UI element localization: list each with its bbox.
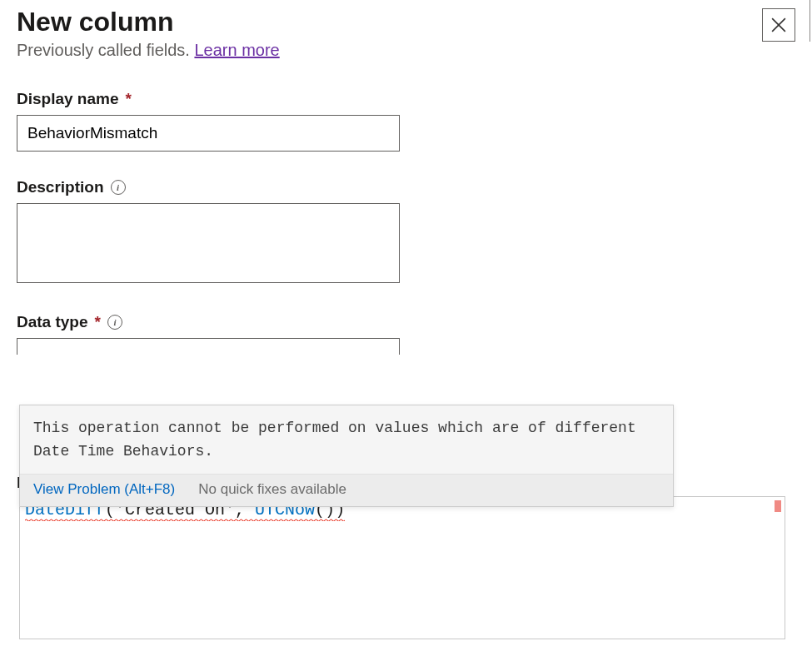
info-icon[interactable]: i bbox=[107, 315, 122, 330]
required-mark: * bbox=[95, 313, 101, 331]
field-description: Description i bbox=[17, 178, 795, 286]
info-icon[interactable]: i bbox=[111, 180, 126, 195]
display-name-input[interactable] bbox=[17, 115, 400, 152]
page-subtitle: Previously called fields. Learn more bbox=[17, 41, 762, 60]
close-icon bbox=[771, 17, 786, 32]
page-title: New column bbox=[17, 7, 762, 37]
field-data-type: Data type * i bbox=[17, 313, 795, 355]
required-mark: * bbox=[126, 90, 132, 108]
data-type-select[interactable] bbox=[17, 338, 400, 355]
close-button[interactable] bbox=[762, 8, 795, 42]
problem-tooltip: This operation cannot be performed on va… bbox=[19, 405, 674, 507]
subtitle-text: Previously called fields. bbox=[17, 41, 194, 59]
panel-divider bbox=[810, 0, 810, 42]
description-label: Description bbox=[17, 178, 104, 196]
learn-more-link[interactable]: Learn more bbox=[194, 41, 279, 59]
problem-message: This operation cannot be performed on va… bbox=[20, 405, 673, 475]
view-problem-link[interactable]: View Problem (Alt+F8) bbox=[33, 481, 175, 498]
field-display-name: Display name * bbox=[17, 90, 795, 152]
display-name-label: Display name bbox=[17, 90, 119, 108]
data-type-label: Data type bbox=[17, 313, 88, 331]
description-input[interactable] bbox=[17, 203, 400, 283]
minimap-error-marker bbox=[775, 500, 781, 512]
formula-editor[interactable]: DateDiff('Created On', UTCNow()) bbox=[19, 496, 785, 639]
no-quick-fix-text: No quick fixes available bbox=[198, 481, 346, 498]
